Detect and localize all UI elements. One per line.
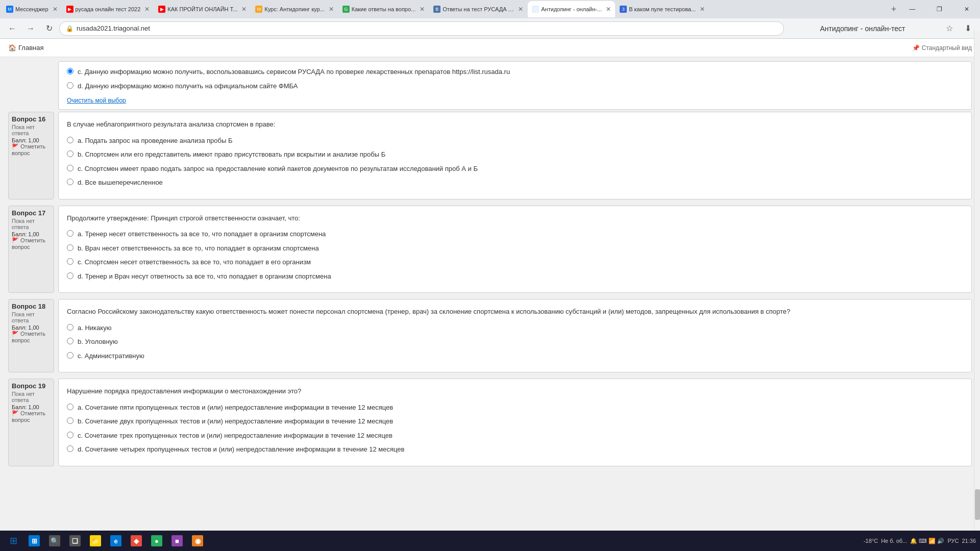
tab-favicon: В bbox=[433, 6, 440, 13]
browser-tab-4[interactable]: M Курс: Антидопинг кур... ✕ bbox=[251, 1, 338, 17]
question-sidebar: Вопрос 16 Пока нет ответа Балл: 1,00 🚩 О… bbox=[8, 112, 54, 199]
window-controls: — ❐ ✕ bbox=[901, 1, 978, 17]
radio-input[interactable] bbox=[67, 352, 74, 359]
back-button[interactable]: ← bbox=[4, 20, 20, 37]
forward-button[interactable]: → bbox=[22, 20, 39, 37]
radio-input[interactable] bbox=[67, 68, 74, 74]
browser-tab-7[interactable]: A Антидопинг - онлайн-... ✕ bbox=[528, 1, 615, 17]
clear-selection-link[interactable]: Очистить мой выбор bbox=[67, 97, 126, 104]
tab-favicon: M bbox=[6, 6, 13, 13]
question-number: Вопрос 19 bbox=[12, 382, 51, 390]
browser-tab-6[interactable]: В Ответы на тест РУСАДА 2... ✕ bbox=[429, 1, 527, 17]
browser-tab-3[interactable]: ▶ КАК ПРОЙТИ ОНЛАЙН Т... ✕ bbox=[154, 1, 251, 17]
partial-question-row: с. Данную информацию можно получить, вос… bbox=[0, 61, 980, 110]
scrollbar[interactable] bbox=[974, 31, 980, 477]
radio-input[interactable] bbox=[67, 244, 74, 251]
browser-tab-2[interactable]: ▶ русада онлайн тест 2022 ✕ bbox=[62, 1, 154, 17]
tab-close-button[interactable]: ✕ bbox=[518, 6, 523, 13]
radio-input[interactable] bbox=[67, 82, 74, 89]
option-text: b. Спортсмен или его представитель имеют… bbox=[78, 149, 385, 160]
standard-view-button[interactable]: 📌 Стандартный вид bbox=[912, 44, 972, 52]
option-text: с. Сочетание трех пропущенных тестов и (… bbox=[78, 431, 393, 441]
radio-input[interactable] bbox=[67, 324, 74, 331]
page-title-nav: Антидопинг - онлайн-тест bbox=[820, 24, 905, 33]
radio-input[interactable] bbox=[67, 230, 74, 237]
answer-option: а. Тренер несет ответственность за все т… bbox=[67, 229, 963, 239]
tab-title: русада онлайн тест 2022 bbox=[76, 6, 141, 12]
answer-option: с. Сочетание трех пропущенных тестов и (… bbox=[67, 431, 963, 441]
radio-input[interactable] bbox=[67, 137, 74, 143]
flag-question-button[interactable]: 🚩 Отметить вопрос bbox=[12, 410, 51, 423]
option-text: d. Все вышеперечисленное bbox=[78, 178, 163, 188]
radio-input[interactable] bbox=[67, 272, 74, 279]
radio-input[interactable] bbox=[67, 258, 74, 265]
radio-input[interactable] bbox=[67, 179, 74, 185]
tab-title: КАК ПРОЙТИ ОНЛАЙН Т... bbox=[167, 6, 237, 12]
radio-input[interactable] bbox=[67, 338, 74, 344]
nav-actions: ☆ ⬇ bbox=[941, 20, 976, 37]
tab-title: Курс: Антидопинг кур... bbox=[264, 6, 325, 12]
question-row: Вопрос 16 Пока нет ответа Балл: 1,00 🚩 О… bbox=[0, 112, 980, 199]
question-score: Балл: 1,00 bbox=[12, 404, 51, 410]
browser-tab-8[interactable]: 3 В каком пуле тестирова... ✕ bbox=[616, 1, 709, 17]
minimize-button[interactable]: — bbox=[901, 1, 924, 17]
tab-title: Ответы на тест РУСАДА 2... bbox=[443, 6, 514, 12]
main-content: с. Данную информацию можно получить, вос… bbox=[0, 57, 980, 477]
browser-tab-5[interactable]: G Какие ответы на вопро... ✕ bbox=[338, 1, 429, 17]
lock-icon: 🔒 bbox=[66, 25, 74, 32]
radio-input[interactable] bbox=[67, 151, 74, 157]
question-status: Пока нет ответа bbox=[12, 218, 51, 230]
answer-option: с. Административную bbox=[67, 351, 963, 361]
answer-option: а. Подать запрос на проведение анализа п… bbox=[67, 136, 963, 146]
question-row: Вопрос 18 Пока нет ответа Балл: 1,00 🚩 О… bbox=[0, 299, 980, 372]
tab-close-button[interactable]: ✕ bbox=[700, 6, 705, 13]
radio-input[interactable] bbox=[67, 404, 74, 410]
std-view-label: Стандартный вид bbox=[922, 44, 972, 52]
answer-option: b. Врач несет ответственность за все то,… bbox=[67, 243, 963, 254]
question-status: Пока нет ответа bbox=[12, 124, 51, 136]
radio-input[interactable] bbox=[67, 417, 74, 424]
home-link[interactable]: 🏠 Главная bbox=[8, 44, 43, 52]
radio-input[interactable] bbox=[67, 445, 74, 452]
tab-favicon: ▶ bbox=[66, 6, 74, 13]
tab-close-button[interactable]: ✕ bbox=[606, 6, 611, 13]
tab-title: Какие ответы на вопро... bbox=[352, 6, 416, 12]
tab-close-button[interactable]: ✕ bbox=[53, 6, 58, 13]
tab-close-button[interactable]: ✕ bbox=[329, 6, 334, 13]
tab-close-button[interactable]: ✕ bbox=[241, 6, 247, 13]
question-score: Балл: 1,00 bbox=[12, 231, 51, 237]
answer-option: d. Сочетание четырех пропущенных тестов … bbox=[67, 444, 963, 455]
answer-option: с. Спортсмен несет ответственность за вс… bbox=[67, 257, 963, 267]
tab-favicon: ▶ bbox=[158, 6, 165, 13]
question-row: Вопрос 19 Пока нет ответа Балл: 1,00 🚩 О… bbox=[0, 379, 980, 466]
option-text: с. Спортсмен имеет право подать запрос н… bbox=[78, 164, 478, 174]
tab-favicon: M bbox=[255, 6, 262, 13]
refresh-button[interactable]: ↻ bbox=[41, 20, 57, 37]
tab-favicon: G bbox=[342, 6, 350, 13]
flag-question-button[interactable]: 🚩 Отметить вопрос bbox=[12, 237, 51, 250]
option-text: d. Сочетание четырех пропущенных тестов … bbox=[78, 444, 404, 455]
option-text: а. Подать запрос на проведение анализа п… bbox=[78, 136, 232, 146]
radio-input[interactable] bbox=[67, 432, 74, 438]
flag-question-button[interactable]: 🚩 Отметить вопрос bbox=[12, 143, 51, 156]
question-content: В случае неблагоприятного результата ана… bbox=[58, 112, 972, 199]
tab-close-button[interactable]: ✕ bbox=[420, 6, 425, 13]
tab-close-button[interactable]: ✕ bbox=[144, 6, 150, 13]
question-text: Продолжите утверждение: Принцип строгой … bbox=[67, 213, 963, 223]
option-text: b. Врач несет ответственность за все то,… bbox=[78, 243, 319, 254]
address-bar[interactable]: 🔒 rusada2021.triagonal.net bbox=[59, 21, 784, 36]
radio-input[interactable] bbox=[67, 165, 74, 171]
answer-option: b. Спортсмен или его представитель имеют… bbox=[67, 149, 963, 160]
option-text: а. Никакую bbox=[78, 323, 111, 333]
favorites-button[interactable]: ☆ bbox=[941, 20, 958, 37]
new-tab-button[interactable]: + bbox=[887, 2, 901, 16]
tab-title: В каком пуле тестирова... bbox=[629, 6, 696, 12]
browser-tab-1[interactable]: M Мессенджер ✕ bbox=[2, 1, 62, 17]
partial-question-content: с. Данную информацию можно получить, вос… bbox=[58, 61, 972, 110]
question-number: Вопрос 18 bbox=[12, 303, 51, 310]
maximize-button[interactable]: ❐ bbox=[928, 1, 951, 17]
close-button[interactable]: ✕ bbox=[955, 1, 978, 17]
flag-question-button[interactable]: 🚩 Отметить вопрос bbox=[12, 331, 51, 343]
question-text: В случае неблагоприятного результата ана… bbox=[67, 119, 963, 130]
nav-bar: ← → ↻ 🔒 rusada2021.triagonal.net Антидоп… bbox=[0, 18, 980, 39]
